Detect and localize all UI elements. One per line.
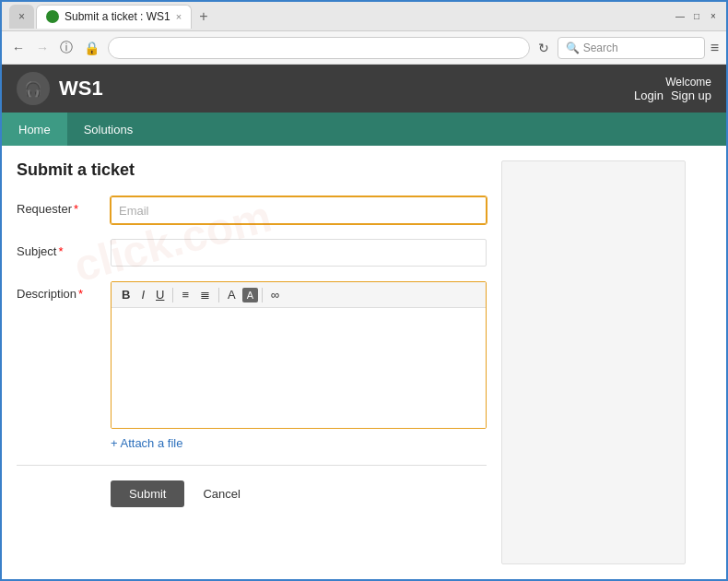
nav-bar: Home Solutions xyxy=(2,113,726,146)
tab-inactive[interactable]: × xyxy=(9,5,34,29)
logo-icon: 🎧 xyxy=(17,72,50,105)
close-button[interactable]: × xyxy=(708,11,719,22)
requester-required: * xyxy=(74,202,78,216)
description-label: Description* xyxy=(17,281,100,301)
form-title: Submit a ticket xyxy=(17,160,487,180)
tab-close-active[interactable]: × xyxy=(176,11,182,22)
search-label: Search xyxy=(583,42,618,54)
info-icon[interactable]: ⓘ xyxy=(57,40,76,56)
editor-body[interactable] xyxy=(112,308,486,428)
sidebar-panel xyxy=(501,160,686,564)
requester-label: Requester* xyxy=(17,196,100,216)
cancel-button[interactable]: Cancel xyxy=(194,480,249,507)
bold-button[interactable]: B xyxy=(117,286,135,303)
list-unordered-button[interactable]: ≡ xyxy=(177,286,194,303)
address-input[interactable] xyxy=(108,37,530,59)
tab-title: Submit a ticket : WS1 xyxy=(65,10,170,23)
subject-field xyxy=(111,239,487,267)
description-row: Description* B I U ≡ ≣ xyxy=(17,281,487,450)
requester-input[interactable] xyxy=(111,196,487,224)
font-color-button[interactable]: A xyxy=(223,286,241,303)
underline-button[interactable]: U xyxy=(151,286,169,303)
italic-button[interactable]: I xyxy=(136,286,149,303)
browser-menu-button[interactable]: ≡ xyxy=(710,40,719,56)
subject-label: Subject* xyxy=(17,239,100,258)
app-logo: 🎧 WS1 xyxy=(17,72,103,105)
header-links: Login Sign up xyxy=(634,89,711,102)
address-bar: ← → ⓘ 🔒 ↻ 🔍 Search ≡ xyxy=(2,31,726,65)
app-header: 🎧 WS1 Welcome Login Sign up xyxy=(2,65,726,113)
link-button[interactable]: ∞ xyxy=(266,286,284,303)
description-required: * xyxy=(78,287,83,301)
toolbar-separator-1 xyxy=(172,288,173,302)
page-content: 🎧 WS1 Welcome Login Sign up Home Solutio… xyxy=(2,65,726,579)
editor-toolbar: B I U ≡ ≣ A A ∞ xyxy=(112,282,486,308)
form-actions: Submit Cancel xyxy=(17,480,487,507)
app-title: WS1 xyxy=(59,77,103,101)
welcome-text: Welcome xyxy=(634,76,711,89)
toolbar-separator-2 xyxy=(218,288,219,302)
reload-button[interactable]: ↻ xyxy=(535,41,552,55)
list-ordered-button[interactable]: ≣ xyxy=(195,286,215,303)
minimize-button[interactable]: — xyxy=(675,11,686,22)
tab-close-inactive[interactable]: × xyxy=(18,10,25,23)
back-button[interactable]: ← xyxy=(9,41,28,55)
window-controls: — □ × xyxy=(675,11,719,22)
subject-input[interactable] xyxy=(111,239,487,267)
nav-item-solutions[interactable]: Solutions xyxy=(67,113,149,146)
form-divider xyxy=(17,465,487,466)
search-icon: 🔍 xyxy=(566,42,580,54)
tab-favicon xyxy=(46,10,59,23)
requester-row: Requester* xyxy=(17,196,487,224)
new-tab-button[interactable]: + xyxy=(194,8,213,25)
back-icon: ← xyxy=(12,41,25,55)
subject-required: * xyxy=(58,244,63,258)
toolbar-separator-3 xyxy=(262,288,263,302)
header-right: Welcome Login Sign up xyxy=(634,76,711,102)
tab-bar: × Submit a ticket : WS1 × + xyxy=(9,2,671,30)
title-bar: × Submit a ticket : WS1 × + — □ × xyxy=(2,2,726,31)
lock-icon[interactable]: 🔒 xyxy=(81,41,102,55)
description-editor: B I U ≡ ≣ A A ∞ xyxy=(111,281,487,429)
search-box[interactable]: 🔍 Search xyxy=(558,37,705,59)
reload-icon: ↻ xyxy=(538,41,549,55)
main-content: click.com Submit a ticket Requester* Sub… xyxy=(2,146,726,579)
nav-item-home[interactable]: Home xyxy=(2,113,67,146)
signup-link[interactable]: Sign up xyxy=(671,89,711,102)
maximize-button[interactable]: □ xyxy=(691,11,702,22)
browser-window: × Submit a ticket : WS1 × + — □ × ← → ⓘ … xyxy=(0,0,728,581)
forward-icon: → xyxy=(36,41,49,55)
forward-button[interactable]: → xyxy=(33,41,52,55)
login-link[interactable]: Login xyxy=(634,89,663,102)
subject-row: Subject* xyxy=(17,239,487,267)
submit-button[interactable]: Submit xyxy=(111,480,184,507)
form-panel: click.com Submit a ticket Requester* Sub… xyxy=(17,160,487,564)
attach-file-link[interactable]: + Attach a file xyxy=(111,436,182,450)
tab-active[interactable]: Submit a ticket : WS1 × xyxy=(36,5,192,29)
font-bg-button[interactable]: A xyxy=(242,288,258,302)
headphone-icon: 🎧 xyxy=(24,80,42,98)
requester-field xyxy=(111,196,487,224)
description-field: B I U ≡ ≣ A A ∞ xyxy=(111,281,487,450)
